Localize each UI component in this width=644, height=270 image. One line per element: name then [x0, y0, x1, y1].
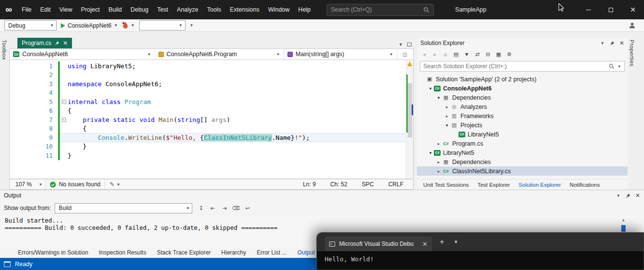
expand-toggle-icon[interactable]: ▸ [435, 141, 442, 146]
menu-extensions[interactable]: Extensions [226, 0, 264, 19]
type-dropdown[interactable]: ConsoleAppNet6.Program ▼ [155, 49, 284, 60]
tab-notifications[interactable]: Notifications [565, 182, 604, 188]
minimize-button[interactable] [577, 0, 600, 19]
home-icon[interactable]: ⌂ [441, 50, 450, 59]
window-position-chevron-icon[interactable]: ▼ [616, 194, 620, 198]
expand-toggle-icon[interactable]: ▸ [435, 160, 442, 165]
code-cleanup-button[interactable]: ✎ ▼ [104, 180, 120, 189]
menu-file[interactable]: File [17, 0, 36, 19]
code-line[interactable]: 1using LibraryNet5; [10, 61, 413, 71]
code-line[interactable]: 7− private static void Main(string[] arg… [10, 115, 413, 124]
sync-icon[interactable]: ⇄ [472, 50, 482, 59]
menu-project[interactable]: Project [77, 0, 104, 19]
menu-test[interactable]: Test [153, 0, 172, 19]
fold-toggle[interactable]: − [62, 118, 66, 122]
health-indicator[interactable]: No issues found [50, 181, 100, 188]
scroll-up-icon[interactable]: ▲ [622, 216, 625, 224]
tab-inspection-results[interactable]: Inspection Results [94, 249, 152, 256]
expand-toggle-icon[interactable]: ▸ [435, 169, 442, 174]
menu-help[interactable]: Help [294, 0, 315, 19]
menu-edit[interactable]: Edit [36, 0, 55, 19]
toolbar-overflow-icon[interactable]: ▼ [190, 23, 194, 28]
code-line[interactable]: 8 { [10, 124, 413, 134]
collapse-all-icon[interactable]: ⊟ [483, 50, 493, 59]
tree-item-dependencies[interactable]: ▸▦Dependencies [417, 157, 628, 166]
tab-program-cs[interactable]: Program.cs ✕ [17, 38, 72, 48]
code-line[interactable]: 6{ [10, 106, 413, 116]
column-indicator[interactable]: Ch: 52 [330, 181, 347, 188]
debug-console-window[interactable]: Microsoft Visual Studio Debu ✕ + ▼ Hello… [316, 232, 644, 270]
properties-side-tab[interactable]: Properties [628, 38, 636, 68]
close-button[interactable]: ✕ [622, 0, 644, 19]
zoom-dropdown[interactable]: 107 % ▼ [13, 180, 46, 189]
tree-item-librarynet5[interactable]: C#LibraryNet5 [417, 130, 628, 139]
code-line[interactable]: 9 Console.WriteLine($"Hello, {ClassInNet… [10, 133, 413, 142]
close-tab-icon[interactable]: ✕ [422, 240, 428, 248]
code-line[interactable]: 4 [10, 89, 413, 98]
forward-icon[interactable]: ▸ [430, 50, 440, 59]
back-icon[interactable]: ◂ [419, 50, 429, 59]
feedback-person-icon[interactable] [629, 22, 636, 29]
expand-toggle-icon[interactable]: ▸ [444, 114, 450, 119]
project-dropdown[interactable]: C# ConsoleAppNet6 ▼ [10, 49, 155, 60]
start-debugging-button[interactable]: ConsoleAppNet6 ▼ [61, 22, 118, 29]
tab-test-explorer[interactable]: Test Explorer [473, 182, 514, 188]
code-line[interactable]: 2 [10, 71, 413, 80]
word-wrap-icon[interactable]: ↩ [243, 204, 252, 212]
previous-icon[interactable]: ⇤ [208, 204, 217, 212]
chevron-down-icon[interactable]: ▼ [454, 240, 458, 244]
quick-search-box[interactable]: Search (Ctrl+Q) [327, 4, 434, 16]
new-tab-icon[interactable]: + [440, 238, 444, 246]
tab-output[interactable]: Output [292, 249, 320, 256]
menu-analyze[interactable]: Analyze [172, 0, 202, 19]
filter-icon[interactable]: ▼ [462, 50, 472, 59]
switch-views-icon[interactable]: ▤ [451, 50, 461, 59]
target-framework-dropdown[interactable]: ▼ [139, 20, 186, 30]
close-icon[interactable]: ✕ [635, 192, 640, 199]
show-all-files-icon[interactable]: ▦ [494, 50, 503, 59]
tree-item-solution-sampleapp-2-of-2-projects[interactable]: ▣Solution 'SampleApp' (2 of 2 projects) [417, 75, 628, 84]
tab-list-chevron-icon[interactable]: ▼ [399, 42, 403, 47]
split-editor-icon[interactable]: ◫ [403, 52, 407, 57]
editor-scrollbar[interactable] [406, 60, 413, 179]
code-editor[interactable]: 1using LibraryNet5;23namespace ConsoleAp… [9, 60, 414, 179]
tab-unit-test-sessions[interactable]: Unit Test Sessions [419, 182, 473, 188]
expand-toggle-icon[interactable]: ▸ [444, 105, 450, 109]
pin-icon[interactable] [55, 41, 59, 45]
line-ending-indicator[interactable]: CRLF [388, 181, 403, 188]
spaces-indicator[interactable]: SPC [362, 181, 374, 188]
clear-all-icon[interactable]: ⌫ [231, 204, 241, 212]
expand-toggle-icon[interactable]: ▾ [444, 123, 450, 128]
pin-icon[interactable] [625, 193, 630, 198]
tree-item-librarynet5[interactable]: ▾C#LibraryNet5 [417, 148, 628, 157]
tree-item-classinnet5library-cs[interactable]: ▸C#ClassInNet5Library.cs [417, 166, 628, 176]
code-line[interactable]: 3namespace ConsoleAppNet6; [10, 79, 413, 89]
toolbox-side-tab[interactable]: Toolbox [0, 38, 9, 62]
tree-item-projects[interactable]: ▾▧Projects [417, 120, 628, 130]
tab-errors-warnings-in-solution[interactable]: Errors/Warnings in Solution [13, 249, 94, 256]
goto-message-icon[interactable]: ↧ [196, 204, 206, 212]
float-window-icon[interactable] [407, 43, 412, 46]
menu-window[interactable]: Window [264, 0, 294, 19]
menu-view[interactable]: View [55, 0, 77, 19]
solution-search-box[interactable]: ▼ [420, 61, 625, 72]
terminal-tab[interactable]: Microsoft Visual Studio Debu ✕ [325, 237, 432, 251]
tree-item-dependencies[interactable]: ▾▦Dependencies [417, 93, 628, 102]
close-icon[interactable]: ✕ [619, 40, 624, 46]
menu-tools[interactable]: Tools [203, 0, 226, 19]
tree-item-analyzers[interactable]: ▸◎Analyzers [417, 102, 628, 111]
tree-item-consoleappnet6[interactable]: ▾C#ConsoleAppNet6 [417, 84, 628, 93]
expand-toggle-icon[interactable]: ▾ [435, 95, 442, 100]
expand-toggle-icon[interactable]: ▾ [427, 150, 434, 155]
tree-item-frameworks[interactable]: ▸▥Frameworks [417, 111, 628, 120]
properties-icon[interactable]: ⚙ [504, 50, 514, 59]
chevron-down-icon[interactable]: ▼ [617, 64, 621, 69]
pin-icon[interactable] [609, 41, 615, 46]
tab-hierarchy[interactable]: Hierarchy [216, 249, 251, 256]
menu-build[interactable]: Build [104, 0, 126, 19]
tree-item-program-cs[interactable]: ▸C#Program.cs [417, 139, 628, 148]
tab-error-list[interactable]: Error List ... [251, 249, 292, 256]
code-line[interactable]: 11} [10, 151, 413, 160]
window-position-chevron-icon[interactable]: ▼ [601, 41, 604, 45]
solution-search-input[interactable] [423, 63, 609, 70]
